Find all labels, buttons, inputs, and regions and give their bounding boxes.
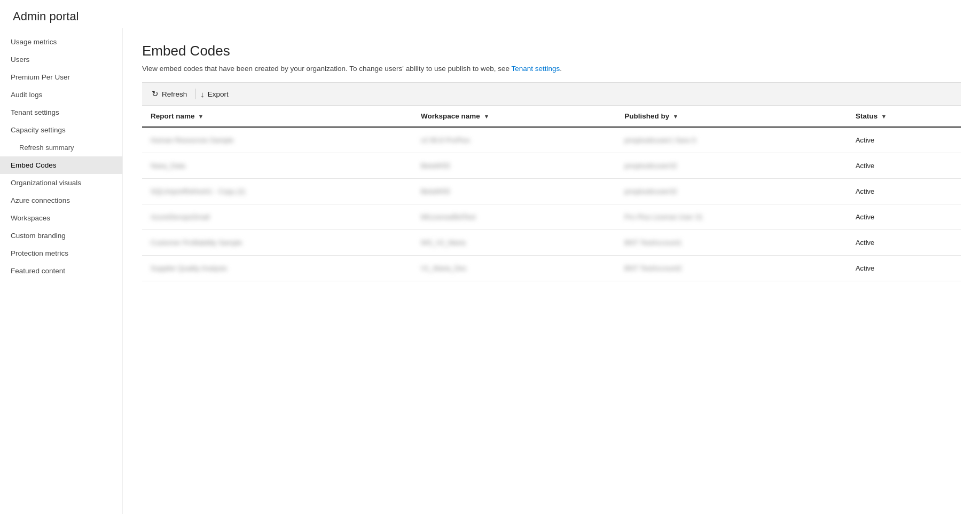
col-workspace-name[interactable]: Workspace name ▾ [412, 106, 616, 127]
page-title: Embed Codes [142, 43, 961, 59]
table-cell: BetaWS5 [412, 179, 616, 204]
table-row[interactable]: Supplier Quality AnalysisV1_Maria_DecBNT… [142, 256, 961, 281]
table-cell: BNT TestAccount2 [616, 256, 847, 281]
table-cell: pnoplusticuser32 [616, 153, 847, 179]
table-cell: Active [847, 153, 961, 179]
table-body: Human Resources Samplev2 90.8 ProPluspno… [142, 127, 961, 281]
table-cell: Nasa_Data [142, 153, 412, 179]
sidebar-item-capacity-settings[interactable]: Capacity settings [0, 121, 122, 139]
sidebar-item-usage-metrics[interactable]: Usage metrics [0, 33, 122, 51]
embed-codes-table: Report name ▾ Workspace name ▾ Published… [142, 106, 961, 281]
table-cell: Active [847, 204, 961, 230]
table-cell: Active [847, 127, 961, 153]
table-cell: Supplier Quality Analysis [142, 256, 412, 281]
page-description: View embed codes that have been created … [142, 65, 961, 73]
embed-codes-table-wrapper: Report name ▾ Workspace name ▾ Published… [142, 106, 961, 281]
table-cell: Customer Profitability Sample [142, 230, 412, 256]
sidebar-item-azure-connections[interactable]: Azure connections [0, 192, 122, 209]
sidebar-item-embed-codes[interactable]: Embed Codes [0, 156, 122, 174]
col-status[interactable]: Status ▾ [847, 106, 961, 127]
sidebar-item-refresh-summary[interactable]: Refresh summary [0, 139, 122, 156]
table-row[interactable]: AzureDevopsSmallMILicenseBIdTestPro Plus… [142, 204, 961, 230]
table-cell: BNT TestAccount1 [616, 230, 847, 256]
table-cell: v2 90.8 ProPlus [412, 127, 616, 153]
refresh-icon: ↻ [152, 89, 159, 99]
col-report-name[interactable]: Report name ▾ [142, 106, 412, 127]
toolbar-divider [195, 89, 196, 99]
table-cell: V1_Maria_Dec [412, 256, 616, 281]
table-row[interactable]: Customer Profitability SampleWS_V2_Maria… [142, 230, 961, 256]
table-cell: WS_V2_Maria [412, 230, 616, 256]
sort-icon-status: ▾ [882, 113, 885, 120]
sidebar-item-audit-logs[interactable]: Audit logs [0, 86, 122, 104]
col-published-by[interactable]: Published by ▾ [616, 106, 847, 127]
sidebar-item-organizational-visuals[interactable]: Organizational visuals [0, 174, 122, 192]
table-cell: BetaWS5 [412, 153, 616, 179]
table-cell: Human Resources Sample [142, 127, 412, 153]
refresh-button[interactable]: ↻ Refresh [150, 87, 193, 101]
sidebar-item-tenant-settings[interactable]: Tenant settings [0, 104, 122, 121]
table-cell: AzureDevopsSmall [142, 204, 412, 230]
table-cell: Pro Plus License User 31 [616, 204, 847, 230]
table-row[interactable]: Nasa_DataBetaWS5pnoplusticuser32Active [142, 153, 961, 179]
sort-icon-published-by: ▾ [674, 113, 677, 120]
sidebar-item-featured-content[interactable]: Featured content [0, 262, 122, 280]
sidebar-item-workspaces[interactable]: Workspaces [0, 209, 122, 227]
sidebar-item-premium-per-user[interactable]: Premium Per User [0, 68, 122, 86]
export-icon: ↓ [200, 90, 205, 99]
sort-icon-workspace-name: ▾ [485, 113, 488, 120]
app-title: Admin portal [0, 0, 980, 28]
main-content: Embed Codes View embed codes that have b… [123, 28, 980, 514]
table-header: Report name ▾ Workspace name ▾ Published… [142, 106, 961, 127]
table-header-row: Report name ▾ Workspace name ▾ Published… [142, 106, 961, 127]
sidebar-item-users[interactable]: Users [0, 51, 122, 68]
toolbar: ↻ Refresh ↓ Export [142, 82, 961, 106]
table-row[interactable]: Human Resources Samplev2 90.8 ProPluspno… [142, 127, 961, 153]
table-cell: Active [847, 230, 961, 256]
table-cell: SQLImportRefresh1 - Copy (2) [142, 179, 412, 204]
table-row[interactable]: SQLImportRefresh1 - Copy (2)BetaWS5pnopl… [142, 179, 961, 204]
table-cell: Active [847, 179, 961, 204]
tenant-settings-link[interactable]: Tenant settings [512, 65, 560, 73]
sort-icon-report-name: ▾ [199, 113, 202, 120]
sidebar-item-protection-metrics[interactable]: Protection metrics [0, 244, 122, 262]
table-cell: pnoplusticuser32 [616, 179, 847, 204]
table-cell: MILicenseBIdTest [412, 204, 616, 230]
table-cell: Active [847, 256, 961, 281]
sidebar-item-custom-branding[interactable]: Custom branding [0, 227, 122, 244]
table-cell: pnoplusticuser1 Sara S [616, 127, 847, 153]
export-button[interactable]: ↓ Export [198, 88, 235, 101]
sidebar: Usage metricsUsersPremium Per UserAudit … [0, 28, 123, 514]
